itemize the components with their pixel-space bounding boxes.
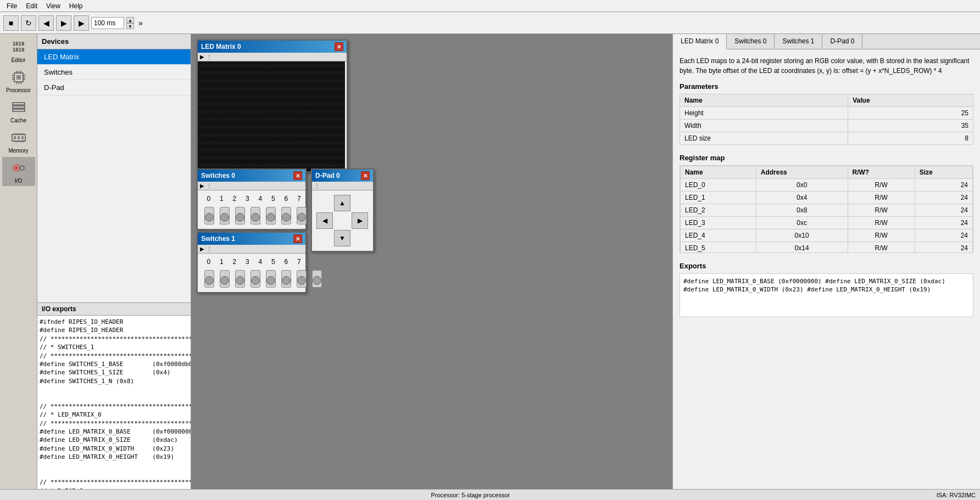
switch0-4[interactable] <box>266 207 276 224</box>
dpad-close-button[interactable]: ✕ <box>361 171 370 180</box>
sidebar-item-cache[interactable]: Cache <box>2 97 35 126</box>
sidebar-item-memory[interactable]: Memory <box>2 127 35 156</box>
switch1-num-7: 7 <box>297 258 302 266</box>
switches1-titlebar[interactable]: Switches 1 ✕ <box>198 233 305 245</box>
switch1-6[interactable] <box>297 270 307 288</box>
led-dot <box>310 164 313 167</box>
device-item-dpad[interactable]: D-Pad <box>37 80 191 95</box>
led-matrix-close-button[interactable]: ✕ <box>335 42 343 51</box>
led-dot <box>206 164 209 167</box>
menu-edit[interactable]: Edit <box>21 1 42 11</box>
led-dot <box>283 133 286 137</box>
dpad-left-button[interactable]: ◀ <box>316 212 333 229</box>
dpad-titlebar[interactable]: D-Pad 0 ✕ <box>312 170 373 182</box>
io-icon <box>10 159 27 177</box>
reg-col-name: Name <box>681 166 756 179</box>
switch0-2[interactable] <box>235 207 245 224</box>
switches0-options-icon[interactable]: ⋮ <box>207 183 212 189</box>
tab-dpad-0[interactable]: D-Pad 0 <box>822 34 862 49</box>
sidebar-item-editor[interactable]: 10101010 Editor <box>2 36 35 65</box>
time-down-button[interactable]: ▼ <box>126 23 134 29</box>
sidebar-item-processor[interactable]: Processor <box>2 66 35 95</box>
switches1-options-icon[interactable]: ⋮ <box>207 246 212 252</box>
register-table-container[interactable]: Name Address R/W? Size LED_00x0R/W24LED_… <box>680 165 973 253</box>
led-dot <box>206 102 209 106</box>
led-dot <box>214 102 217 106</box>
switch1-3[interactable] <box>250 270 260 288</box>
led-dot <box>221 79 225 83</box>
switch1-2[interactable] <box>235 270 245 288</box>
led-matrix-titlebar[interactable]: LED Matrix 0 ✕ <box>198 41 347 53</box>
led-dot <box>268 133 271 137</box>
switch1-num-5: 5 <box>271 258 276 266</box>
tab-switches-0[interactable]: Switches 0 <box>727 34 775 49</box>
switches1-play-icon[interactable]: ▶ <box>200 246 204 252</box>
dpad-right-button[interactable]: ▶ <box>352 212 368 229</box>
switch1-4[interactable] <box>266 270 276 288</box>
dpad-down-button[interactable]: ▼ <box>334 230 350 246</box>
menu-view[interactable]: View <box>42 1 65 11</box>
refresh-button[interactable]: ↻ <box>21 15 36 31</box>
led-dot <box>279 156 282 160</box>
back-button[interactable]: ◀ <box>38 15 54 31</box>
led-dot <box>291 125 294 129</box>
led-matrix-play-icon[interactable]: ▶ <box>200 54 204 60</box>
led-dot <box>237 148 240 152</box>
switch1-0[interactable] <box>204 270 214 288</box>
switch0-6[interactable] <box>297 207 307 224</box>
led-dot <box>291 117 294 121</box>
led-dot <box>198 110 202 114</box>
switch0-3[interactable] <box>250 207 260 224</box>
reg-rw-cell: R/W <box>848 179 915 192</box>
device-item-switches[interactable]: Switches <box>37 65 191 80</box>
led-dot <box>329 133 332 137</box>
tab-switches-1[interactable]: Switches 1 <box>775 34 822 49</box>
led-dot <box>283 141 286 144</box>
switches0-close-button[interactable]: ✕ <box>293 171 302 180</box>
led-dot <box>310 110 313 114</box>
led-dot <box>229 110 232 114</box>
led-matrix-options-icon[interactable]: ⋮ <box>207 54 212 60</box>
led-dot <box>306 148 309 152</box>
switch0-5[interactable] <box>281 207 291 224</box>
switch1-5[interactable] <box>281 270 291 288</box>
led-dot <box>241 110 244 114</box>
led-dot <box>218 102 221 106</box>
led-dot <box>294 148 298 152</box>
menu-help[interactable]: Help <box>65 1 87 11</box>
sidebar-item-io[interactable]: I/O <box>2 157 35 186</box>
led-dot <box>248 102 252 106</box>
switch1-1[interactable] <box>220 270 230 288</box>
device-item-led-matrix[interactable]: LED Matrix <box>37 49 191 65</box>
run-button[interactable]: ▶ <box>74 15 89 31</box>
led-dot <box>341 141 344 144</box>
more-button[interactable]: » <box>136 18 145 29</box>
switches1-close-button[interactable]: ✕ <box>293 234 302 243</box>
led-dot <box>294 79 298 83</box>
switches0-titlebar[interactable]: Switches 0 ✕ <box>198 170 305 182</box>
led-dot <box>221 164 225 167</box>
forward-button[interactable]: ▶ <box>56 15 71 31</box>
led-dot <box>244 79 248 83</box>
time-input[interactable] <box>91 17 124 29</box>
led-dot <box>268 164 271 167</box>
time-up-button[interactable]: ▲ <box>126 17 134 23</box>
led-dot <box>329 87 332 91</box>
stop-button[interactable]: ■ <box>3 15 19 31</box>
dpad-options-icon[interactable]: ⋮ <box>314 183 320 189</box>
led-dot <box>314 79 317 83</box>
switch0-0[interactable] <box>204 207 214 224</box>
menu-file[interactable]: File <box>2 1 21 11</box>
tab-led-matrix-0[interactable]: LED Matrix 0 <box>673 34 727 49</box>
switch1-7[interactable] <box>312 270 322 288</box>
param-value-cell: 25 <box>848 107 973 120</box>
led-dot <box>271 141 275 144</box>
switches0-play-icon[interactable]: ▶ <box>200 183 204 189</box>
switch0-1[interactable] <box>220 207 230 224</box>
dpad-up-button[interactable]: ▲ <box>334 195 350 211</box>
reg-addr-cell: 0x4 <box>756 192 848 204</box>
led-dot <box>241 133 244 137</box>
dpad-window: D-Pad 0 ✕ ⋮ ▲ ◀ ▶ ▼ <box>311 168 374 252</box>
led-dot <box>264 156 267 160</box>
led-dot <box>218 79 221 83</box>
